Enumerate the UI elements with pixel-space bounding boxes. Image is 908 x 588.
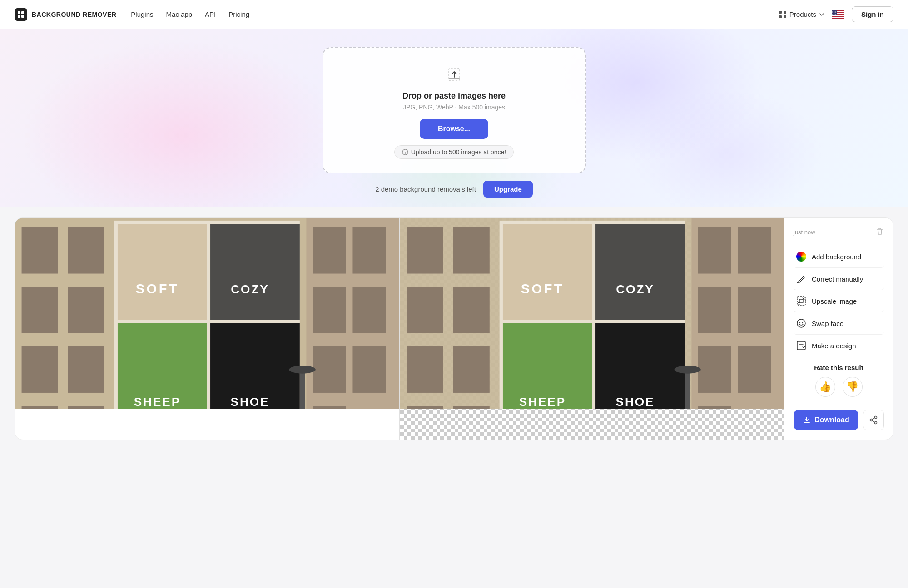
- svg-text:SHEEP: SHEEP: [519, 395, 566, 409]
- svg-text:SOFT: SOFT: [136, 282, 179, 296]
- make-design-label: Make a design: [812, 342, 856, 350]
- svg-point-17: [832, 12, 833, 13]
- swap-face-label: Swap face: [812, 320, 843, 327]
- upscale-image-icon: [795, 295, 807, 307]
- svg-rect-51: [352, 227, 386, 273]
- products-grid-icon: [779, 10, 787, 19]
- result-image-svg: SOFT COZY SHEEP SHOE allbirds: [400, 218, 784, 409]
- correct-manually-action[interactable]: Correct manually: [794, 268, 884, 290]
- colorful-circle-icon: [796, 252, 806, 262]
- svg-point-55: [289, 366, 316, 373]
- nav-mac-app[interactable]: Mac app: [166, 10, 193, 19]
- upscale-image-action[interactable]: Upscale image: [794, 290, 884, 312]
- download-icon: [803, 416, 811, 424]
- svg-rect-76: [698, 227, 731, 273]
- svg-text:SHOE: SHOE: [231, 395, 270, 409]
- correct-manually-icon: [795, 273, 807, 285]
- svg-rect-91: [797, 341, 805, 350]
- svg-rect-64: [453, 406, 489, 409]
- nav-left: BACKGROUND REMOVER Plugins Mac app API P…: [15, 8, 249, 21]
- sidebar-bottom: Download: [794, 402, 884, 430]
- nav-api[interactable]: API: [205, 10, 216, 19]
- result-image: SOFT COZY SHEEP SHOE allbirds: [400, 218, 784, 409]
- svg-point-92: [875, 416, 877, 419]
- svg-rect-53: [352, 346, 386, 393]
- products-dropdown[interactable]: Products: [779, 10, 824, 19]
- share-button[interactable]: [863, 410, 884, 430]
- download-button[interactable]: Download: [794, 410, 858, 430]
- chevron-down-icon: [819, 12, 824, 17]
- svg-rect-2: [18, 15, 20, 18]
- svg-rect-47: [313, 227, 346, 273]
- svg-rect-6: [779, 15, 782, 18]
- svg-text:SHEEP: SHEEP: [134, 395, 181, 409]
- logo[interactable]: BACKGROUND REMOVER: [15, 8, 116, 21]
- products-label: Products: [789, 10, 816, 18]
- svg-rect-0: [18, 11, 20, 14]
- svg-point-93: [875, 422, 877, 424]
- svg-rect-49: [313, 346, 346, 393]
- swap-face-action[interactable]: Swap face: [794, 312, 884, 335]
- upgrade-button[interactable]: Upgrade: [483, 181, 533, 198]
- upscale-image-label: Upscale image: [812, 297, 857, 305]
- svg-rect-80: [738, 227, 771, 273]
- result-card: SOFT COZY SHEEP SHOE allbirds: [15, 217, 893, 440]
- original-image-panel: SOFT COZY SHEEP SHOE allbirds: [15, 218, 399, 440]
- svg-rect-57: [407, 227, 443, 273]
- add-background-icon: [795, 251, 807, 262]
- svg-rect-83: [685, 373, 690, 409]
- svg-point-90: [802, 322, 803, 323]
- nav-plugins[interactable]: Plugins: [131, 10, 153, 19]
- svg-point-20: [832, 14, 833, 15]
- thumbs-up-button[interactable]: 👍: [815, 377, 835, 397]
- signin-button[interactable]: Sign in: [852, 6, 893, 22]
- svg-rect-61: [453, 227, 489, 273]
- svg-rect-54: [300, 373, 305, 409]
- svg-point-22: [835, 14, 836, 15]
- delete-button[interactable]: [876, 227, 884, 237]
- sidebar-panel: just now Add background: [784, 218, 893, 440]
- nav-pricing[interactable]: Pricing: [228, 10, 249, 19]
- language-selector[interactable]: [832, 10, 844, 19]
- svg-rect-23: [449, 78, 460, 79]
- rate-section: Rate this result 👍 👎: [794, 356, 884, 402]
- svg-rect-39: [210, 224, 300, 320]
- svg-rect-29: [22, 287, 58, 333]
- thumbs-up-icon: 👍: [819, 381, 831, 393]
- svg-rect-82: [738, 346, 771, 393]
- svg-point-19: [835, 12, 836, 13]
- demo-count-text: 2 demo background removals left: [375, 185, 476, 193]
- thumbs-down-button[interactable]: 👎: [843, 377, 863, 397]
- rate-title: Rate this result: [814, 364, 863, 371]
- rate-buttons: 👍 👎: [815, 377, 863, 397]
- svg-text:COZY: COZY: [231, 282, 269, 296]
- svg-rect-1: [21, 11, 24, 14]
- svg-rect-33: [68, 287, 104, 333]
- svg-point-14: [832, 11, 833, 12]
- svg-rect-78: [698, 346, 731, 393]
- svg-rect-66: [502, 224, 592, 320]
- svg-rect-37: [118, 224, 207, 320]
- svg-rect-52: [352, 287, 386, 333]
- svg-rect-34: [68, 346, 104, 393]
- svg-point-16: [835, 11, 836, 12]
- nav-links: Plugins Mac app API Pricing: [131, 10, 249, 19]
- svg-rect-30: [22, 346, 58, 393]
- download-label: Download: [814, 416, 849, 424]
- svg-point-21: [834, 14, 835, 15]
- upload-card: Drop or paste images here JPG, PNG, WebP…: [323, 47, 586, 173]
- make-design-action[interactable]: Make a design: [794, 335, 884, 356]
- svg-rect-77: [698, 287, 731, 333]
- add-background-action[interactable]: Add background: [794, 246, 884, 268]
- svg-rect-62: [453, 287, 489, 333]
- demo-row: 2 demo background removals left Upgrade: [375, 181, 533, 198]
- svg-text:SOFT: SOFT: [521, 282, 564, 296]
- upload-icon: [446, 66, 462, 85]
- result-image-panel: SOFT COZY SHEEP SHOE allbirds: [400, 218, 784, 440]
- svg-rect-28: [22, 227, 58, 273]
- svg-rect-4: [779, 11, 782, 14]
- svg-text:i: i: [405, 150, 406, 155]
- browse-button[interactable]: Browse...: [420, 119, 488, 139]
- svg-point-94: [870, 419, 873, 421]
- original-image: SOFT COZY SHEEP SHOE allbirds: [15, 218, 399, 409]
